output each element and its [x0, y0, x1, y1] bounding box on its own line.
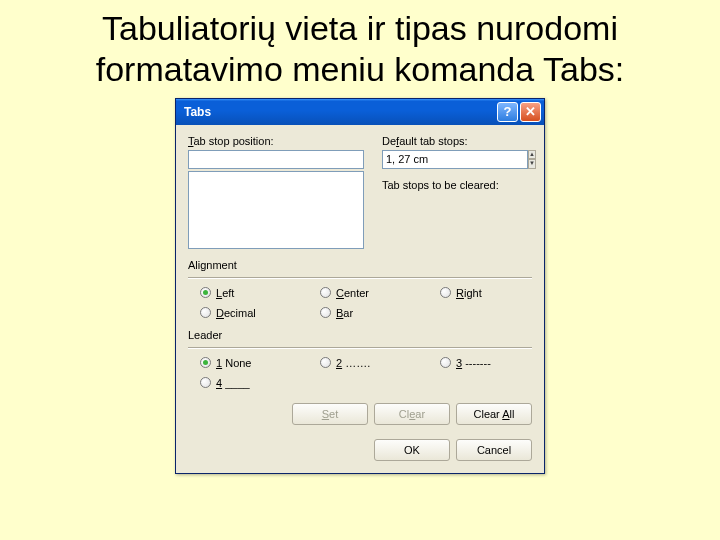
alignment-left-radio[interactable]: Left [200, 287, 320, 299]
tabs-dialog: Tabs ? ✕ Tab stop position: Default tab … [175, 98, 545, 474]
alignment-group-label: Alignment [188, 259, 532, 271]
radio-label: 3 ------- [456, 357, 491, 369]
leader-group-label: Leader [188, 329, 532, 341]
leader-none-radio[interactable]: 1 None [200, 357, 320, 369]
radio-icon [200, 307, 211, 318]
default-tab-stops-label: Default tab stops: [382, 135, 532, 147]
radio-label: Center [336, 287, 369, 299]
radio-label: 2 ……. [336, 357, 370, 369]
radio-label: Bar [336, 307, 353, 319]
cancel-button[interactable]: Cancel [456, 439, 532, 461]
spinner-down-icon[interactable]: ▼ [528, 159, 536, 169]
radio-icon [440, 287, 451, 298]
tab-stop-listbox[interactable] [188, 171, 364, 249]
alignment-decimal-radio[interactable]: Decimal [200, 307, 320, 319]
tab-stops-cleared-label: Tab stops to be cleared: [382, 179, 532, 191]
default-tab-stops-spinner[interactable]: ▲ ▼ [382, 150, 532, 169]
default-tab-stops-input[interactable] [382, 150, 528, 169]
tab-stop-position-input[interactable] [188, 150, 364, 169]
close-icon: ✕ [525, 104, 536, 119]
help-icon: ? [504, 104, 512, 119]
alignment-center-radio[interactable]: Center [320, 287, 440, 299]
spinner-up-icon[interactable]: ▲ [528, 150, 536, 160]
help-button[interactable]: ? [497, 102, 518, 122]
divider [188, 277, 532, 279]
divider [188, 347, 532, 349]
close-button[interactable]: ✕ [520, 102, 541, 122]
radio-icon [440, 357, 451, 368]
ok-button[interactable]: OK [374, 439, 450, 461]
radio-icon [200, 287, 211, 298]
radio-icon [320, 287, 331, 298]
radio-label: Left [216, 287, 234, 299]
radio-label: 4 ____ [216, 377, 250, 389]
set-button[interactable]: Set [292, 403, 368, 425]
radio-label: Right [456, 287, 482, 299]
clear-all-button[interactable]: Clear All [456, 403, 532, 425]
clear-button[interactable]: Clear [374, 403, 450, 425]
radio-icon [320, 307, 331, 318]
leader-underline-radio[interactable]: 4 ____ [200, 377, 320, 389]
leader-dots-radio[interactable]: 2 ……. [320, 357, 440, 369]
radio-icon [200, 377, 211, 388]
radio-label: Decimal [216, 307, 256, 319]
leader-dashes-radio[interactable]: 3 ------- [440, 357, 540, 369]
tab-stop-position-label: Tab stop position: [188, 135, 364, 147]
radio-label: 1 None [216, 357, 251, 369]
alignment-bar-radio[interactable]: Bar [320, 307, 440, 319]
radio-icon [200, 357, 211, 368]
alignment-right-radio[interactable]: Right [440, 287, 540, 299]
dialog-title: Tabs [184, 105, 495, 119]
slide-title: Tabuliatorių vieta ir tipas nurodomi for… [0, 0, 720, 94]
radio-icon [320, 357, 331, 368]
dialog-titlebar[interactable]: Tabs ? ✕ [176, 99, 544, 125]
